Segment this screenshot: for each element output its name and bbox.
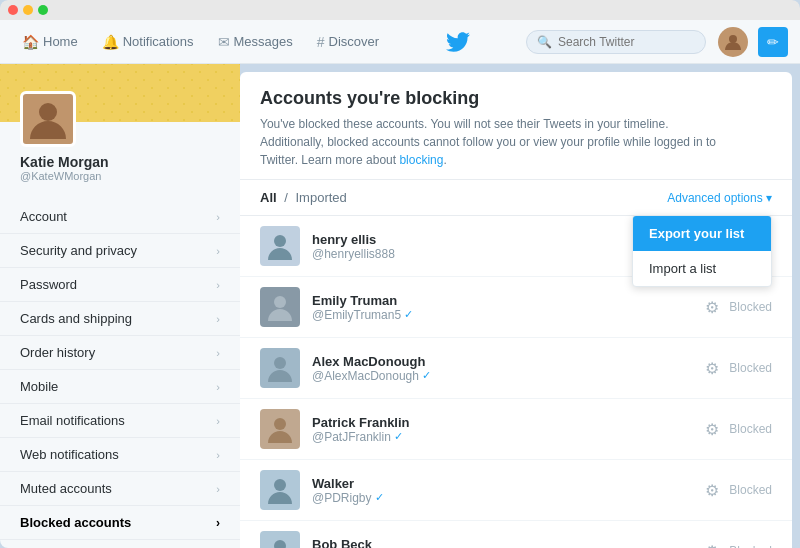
sidebar-item-label: Web notifications	[20, 447, 119, 462]
window-chrome	[0, 0, 800, 20]
svg-point-7	[274, 540, 286, 548]
table-row: Patrick Franklin @PatJFranklin ✓ ⚙ Block…	[240, 399, 792, 460]
sidebar-item-label: Order history	[20, 345, 95, 360]
sidebar-item-label: Email notifications	[20, 413, 125, 428]
gear-icon[interactable]: ⚙	[705, 542, 719, 549]
sidebar-item-web-notif[interactable]: Web notifications ›	[0, 438, 240, 472]
blocked-badge: Blocked	[729, 483, 772, 497]
profile-avatar	[20, 91, 76, 147]
blocked-badge: Blocked	[729, 300, 772, 314]
import-list-button[interactable]: Import a list	[633, 251, 771, 286]
blocking-link[interactable]: blocking	[399, 153, 443, 167]
sidebar-item-cards[interactable]: Cards and shipping ›	[0, 302, 240, 336]
account-info: Emily Truman @EmilyTruman5 ✓	[312, 293, 693, 322]
sidebar-item-muted[interactable]: Muted accounts ›	[0, 472, 240, 506]
sidebar-item-label: Mobile	[20, 379, 58, 394]
filter-imported[interactable]: Imported	[296, 190, 347, 205]
blocked-badge: Blocked	[729, 422, 772, 436]
hashtag-icon: #	[317, 34, 325, 50]
chevron-icon: ›	[216, 279, 220, 291]
advanced-dropdown: Advanced options ▾ Export your list Impo…	[667, 191, 772, 205]
nav-notifications-label: Notifications	[123, 34, 194, 49]
sidebar-item-email-notif[interactable]: Email notifications ›	[0, 404, 240, 438]
close-dot[interactable]	[8, 5, 18, 15]
account-name: Emily Truman	[312, 293, 693, 308]
sidebar-item-label: Muted accounts	[20, 481, 112, 496]
gear-icon[interactable]: ⚙	[705, 481, 719, 500]
advanced-options-button[interactable]: Advanced options ▾	[667, 191, 772, 205]
dropdown-menu: Export your list Import a list	[632, 215, 772, 287]
export-list-button[interactable]: Export your list	[633, 216, 771, 251]
nav-notifications[interactable]: 🔔 Notifications	[92, 30, 204, 54]
filter-all[interactable]: All	[260, 190, 277, 205]
nav-home-label: Home	[43, 34, 78, 49]
sidebar-item-design[interactable]: Design ›	[0, 540, 240, 548]
twitter-logo	[393, 32, 522, 52]
chevron-icon: ›	[216, 313, 220, 325]
nav-messages-label: Messages	[234, 34, 293, 49]
account-name: Patrick Franklin	[312, 415, 693, 430]
maximize-dot[interactable]	[38, 5, 48, 15]
filter-bar: All / Imported Advanced options ▾ Export…	[240, 180, 792, 216]
svg-point-5	[274, 418, 286, 430]
nav-home[interactable]: 🏠 Home	[12, 30, 88, 54]
filter-tabs: All / Imported	[260, 190, 347, 205]
chevron-icon: ›	[216, 449, 220, 461]
svg-point-4	[274, 357, 286, 369]
compose-button[interactable]: ✏	[758, 27, 788, 57]
account-handle: @EmilyTruman5 ✓	[312, 308, 693, 322]
profile-banner	[0, 64, 240, 122]
account-actions: ⚙ Blocked	[705, 542, 772, 549]
avatar	[260, 348, 300, 388]
account-info: Walker @PDRigby ✓	[312, 476, 693, 505]
svg-point-1	[39, 103, 57, 121]
content-header: Accounts you're blocking You've blocked …	[240, 72, 792, 180]
profile-name: Katie Morgan	[20, 154, 220, 170]
verified-icon: ✓	[404, 308, 413, 321]
messages-icon: ✉	[218, 34, 230, 50]
sidebar-item-blocked[interactable]: Blocked accounts ›	[0, 506, 240, 540]
avatar	[260, 409, 300, 449]
blocked-badge: Blocked	[729, 544, 772, 548]
chevron-icon: ›	[216, 245, 220, 257]
verified-icon: ✓	[375, 491, 384, 504]
notifications-icon: 🔔	[102, 34, 119, 50]
account-actions: ⚙ Blocked	[705, 481, 772, 500]
gear-icon[interactable]: ⚙	[705, 359, 719, 378]
content-description: You've blocked these accounts. You will …	[260, 115, 720, 169]
account-name: Walker	[312, 476, 693, 491]
account-handle: @PatJFranklin ✓	[312, 430, 693, 444]
main-area: Katie Morgan @KateWMorgan Account › Secu…	[0, 64, 800, 548]
chevron-icon: ›	[216, 483, 220, 495]
account-info: Bob Beck @BobBeckBulldog49	[312, 537, 693, 549]
user-avatar-nav[interactable]	[718, 27, 748, 57]
sidebar-item-password[interactable]: Password ›	[0, 268, 240, 302]
gear-icon[interactable]: ⚙	[705, 298, 719, 317]
account-info: Patrick Franklin @PatJFranklin ✓	[312, 415, 693, 444]
nav-discover[interactable]: # Discover	[307, 30, 389, 54]
gear-icon[interactable]: ⚙	[705, 420, 719, 439]
chevron-icon: ›	[216, 381, 220, 393]
chevron-icon: ›	[216, 347, 220, 359]
sidebar-item-order[interactable]: Order history ›	[0, 336, 240, 370]
minimize-dot[interactable]	[23, 5, 33, 15]
nav-messages[interactable]: ✉ Messages	[208, 30, 303, 54]
svg-point-2	[274, 235, 286, 247]
sidebar-item-security[interactable]: Security and privacy ›	[0, 234, 240, 268]
svg-point-6	[274, 479, 286, 491]
search-icon: 🔍	[537, 35, 552, 49]
page-title: Accounts you're blocking	[260, 88, 772, 109]
home-icon: 🏠	[22, 34, 39, 50]
content-panel: Accounts you're blocking You've blocked …	[240, 72, 792, 548]
nav-discover-label: Discover	[329, 34, 380, 49]
sidebar-item-label: Security and privacy	[20, 243, 137, 258]
account-handle: @PDRigby ✓	[312, 491, 693, 505]
sidebar-item-mobile[interactable]: Mobile ›	[0, 370, 240, 404]
search-input[interactable]	[558, 35, 688, 49]
search-bar[interactable]: 🔍	[526, 30, 706, 54]
sidebar-item-label: Account	[20, 209, 67, 224]
chevron-icon: ›	[216, 211, 220, 223]
avatar	[260, 531, 300, 548]
sidebar-item-account[interactable]: Account ›	[0, 200, 240, 234]
table-row: Bob Beck @BobBeckBulldog49 ⚙ Blocked	[240, 521, 792, 548]
